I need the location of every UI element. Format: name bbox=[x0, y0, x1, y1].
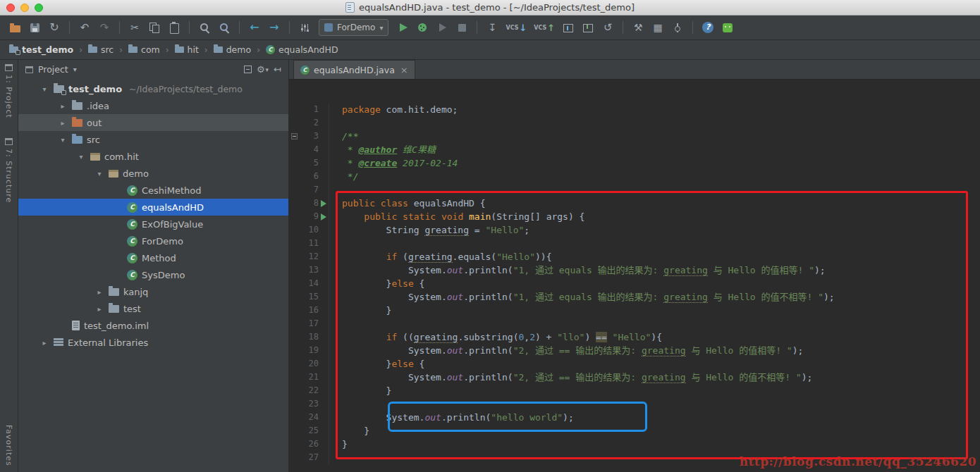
sync-icon[interactable]: ↻ bbox=[45, 18, 63, 37]
gutter-line-number[interactable]: 7 bbox=[289, 183, 329, 197]
undo-icon[interactable]: ↶ bbox=[75, 18, 94, 37]
code-text[interactable]: * @author 维C果糖 bbox=[329, 143, 436, 156]
tree-item-src[interactable]: ▾src bbox=[18, 131, 288, 148]
tree-item-ceshimethod[interactable]: CCeshiMethod bbox=[18, 182, 288, 199]
replace-icon[interactable] bbox=[215, 18, 233, 37]
code-text[interactable]: } bbox=[329, 424, 369, 437]
tree-item-equalsandhd[interactable]: CequalsAndHD bbox=[18, 199, 288, 216]
minimize-window-button[interactable] bbox=[20, 4, 29, 12]
project-view-selector[interactable]: Project bbox=[38, 64, 68, 75]
find-icon[interactable] bbox=[195, 18, 214, 37]
cut-icon[interactable]: ✂ bbox=[125, 18, 144, 37]
editor-body[interactable]: 1package com.hit.demo;23/**4 * @author 维… bbox=[289, 80, 980, 472]
editor-tab-equalsandhd[interactable]: C equalsAndHD.java × bbox=[293, 60, 415, 79]
gutter-line-number[interactable]: 1 bbox=[289, 103, 329, 116]
settings-gear-icon[interactable]: ⚙▾ bbox=[257, 64, 269, 75]
code-text[interactable]: public class equalsAndHD { bbox=[329, 197, 486, 210]
plugin-icon[interactable] bbox=[718, 18, 737, 37]
tree-item-test-demo-iml[interactable]: test_demo.iml bbox=[18, 317, 288, 334]
code-text[interactable]: System.out.println("2, 通过 == 输出的结果为: gre… bbox=[329, 371, 812, 384]
code-text[interactable]: if ((greating.substring(0,2) + "llo") ==… bbox=[329, 330, 662, 344]
gutter-line-number[interactable]: 5 bbox=[289, 156, 329, 170]
checkout-icon[interactable] bbox=[559, 18, 577, 37]
gutter-line-number[interactable]: 24 bbox=[289, 411, 329, 424]
version-log-icon[interactable] bbox=[668, 18, 687, 37]
gutter-line-number[interactable]: 26 bbox=[289, 437, 329, 451]
code-text[interactable]: */ bbox=[329, 170, 358, 183]
tree-item-demo[interactable]: ▾demo bbox=[18, 165, 288, 182]
code-text[interactable]: } bbox=[329, 384, 391, 397]
tree-item-test[interactable]: ▸test bbox=[18, 300, 288, 317]
code-text[interactable]: } bbox=[329, 304, 391, 317]
breadcrumb-item-demo[interactable]: demo bbox=[212, 43, 253, 56]
back-icon[interactable]: ← bbox=[245, 18, 264, 37]
gutter-line-number[interactable]: 17 bbox=[289, 317, 329, 330]
tree-item-kanjq[interactable]: ▸kanjq bbox=[18, 283, 288, 300]
help-button[interactable]: ? bbox=[699, 18, 717, 37]
code-text[interactable]: System.out.println("2, 通过 == 输出的结果为: gre… bbox=[329, 344, 803, 357]
code-text[interactable] bbox=[329, 317, 342, 330]
gutter-line-number[interactable]: 15 bbox=[289, 290, 329, 304]
gutter-line-number[interactable]: 22 bbox=[289, 384, 329, 397]
run-arrow-icon[interactable] bbox=[321, 213, 326, 221]
chevron-down-icon[interactable]: ▾ bbox=[73, 66, 77, 73]
fold-marker-icon[interactable] bbox=[291, 133, 298, 139]
tool-stripe-7-structure[interactable]: 7: Structure bbox=[4, 138, 13, 203]
coverage-button[interactable] bbox=[433, 18, 451, 37]
code-text[interactable] bbox=[329, 397, 342, 411]
close-tab-icon[interactable]: × bbox=[400, 65, 408, 75]
code-text[interactable] bbox=[329, 237, 342, 250]
gutter-line-number[interactable]: 3 bbox=[289, 130, 329, 143]
open-file-icon[interactable] bbox=[6, 18, 24, 37]
gutter-line-number[interactable]: 8 bbox=[289, 197, 329, 210]
stop-button[interactable] bbox=[453, 18, 471, 37]
tree-item-method[interactable]: CMethod bbox=[18, 249, 288, 266]
code-text[interactable]: String greating = "Hello"; bbox=[329, 223, 529, 237]
gutter-line-number[interactable]: 9 bbox=[289, 210, 329, 223]
breadcrumb-item-src[interactable]: src bbox=[86, 43, 116, 56]
edit-configurations-icon[interactable] bbox=[295, 18, 314, 37]
run-arrow-icon[interactable] bbox=[321, 200, 326, 207]
code-text[interactable]: /** bbox=[329, 130, 358, 143]
close-window-button[interactable] bbox=[6, 4, 15, 12]
code-text[interactable]: public static void main(String[] args) { bbox=[329, 210, 584, 223]
tree-item-idea[interactable]: ▸.idea bbox=[18, 97, 288, 114]
forward-icon[interactable]: → bbox=[265, 18, 283, 37]
gutter-line-number[interactable]: 21 bbox=[289, 371, 329, 384]
debug-button[interactable] bbox=[413, 18, 431, 37]
breadcrumb-item-com[interactable]: com bbox=[126, 43, 162, 56]
hide-panel-icon[interactable]: ↤ bbox=[274, 64, 281, 75]
breadcrumb-item-equalsandhd[interactable]: CequalsAndHD bbox=[264, 43, 341, 56]
code-text[interactable]: * @create 2017-02-14 bbox=[329, 156, 458, 170]
code-text[interactable]: if (greating.equals("Hello")){ bbox=[329, 250, 551, 263]
code-text[interactable] bbox=[329, 451, 342, 464]
run-configuration-select[interactable]: ForDemo▾ bbox=[319, 19, 388, 36]
tool-stripe-favorites[interactable]: Favorites bbox=[4, 425, 13, 466]
code-text[interactable]: } bbox=[329, 437, 348, 451]
shelve-icon[interactable] bbox=[579, 18, 597, 37]
gutter-line-number[interactable]: 10 bbox=[289, 223, 329, 237]
rollback-icon[interactable]: ↺ bbox=[599, 18, 617, 37]
code-text[interactable]: }else { bbox=[329, 357, 424, 371]
code-text[interactable] bbox=[329, 183, 342, 197]
gutter-line-number[interactable]: 2 bbox=[289, 116, 329, 130]
tree-item-test-demo[interactable]: ▾test_demo~/IdeaProjects/test_demo bbox=[18, 80, 288, 97]
collapse-all-icon[interactable] bbox=[244, 66, 252, 73]
tool-stripe-1-project[interactable]: 1: Project bbox=[4, 64, 13, 118]
gutter-line-number[interactable]: 6 bbox=[289, 170, 329, 183]
gutter-line-number[interactable]: 14 bbox=[289, 277, 329, 290]
gutter-line-number[interactable]: 12 bbox=[289, 250, 329, 263]
vcs-commit-button[interactable]: VCS↑ bbox=[531, 18, 558, 37]
save-all-icon[interactable] bbox=[25, 18, 44, 37]
gutter-line-number[interactable]: 27 bbox=[289, 451, 329, 464]
breadcrumb-item-test-demo[interactable]: test_demo bbox=[7, 43, 75, 56]
code-text[interactable]: System.out.println("1, 通过 equals 输出的结果为:… bbox=[329, 290, 835, 304]
gutter-line-number[interactable]: 4 bbox=[289, 143, 329, 156]
gutter-line-number[interactable]: 16 bbox=[289, 304, 329, 317]
gutter-line-number[interactable]: 11 bbox=[289, 237, 329, 250]
zoom-window-button[interactable] bbox=[35, 4, 43, 12]
tree-item-external-libraries[interactable]: ▸External Libraries bbox=[18, 334, 288, 351]
gutter-line-number[interactable]: 13 bbox=[289, 263, 329, 277]
tree-item-sysdemo[interactable]: CSysDemo bbox=[18, 266, 288, 283]
paste-icon[interactable] bbox=[165, 18, 183, 37]
